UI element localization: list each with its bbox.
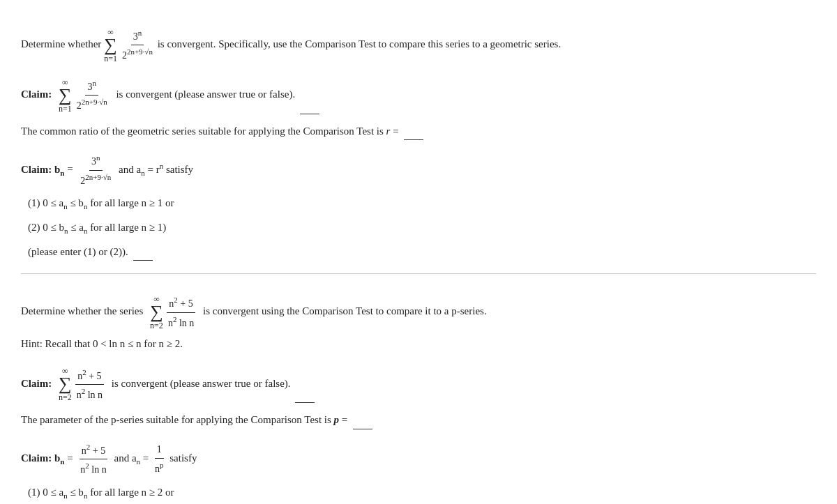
common-ratio-line: The common ratio of the geometric series… — [21, 123, 816, 141]
claim-sigma-2: ∞ ∑ n=2 — [59, 367, 72, 402]
problem-statement-2: Determine whether the series ∞ ∑ n=2 n2 … — [21, 293, 816, 331]
series-desc-text-2: is convergent using the Comparison Test … — [203, 305, 487, 316]
determine-whether-text: Determine whether — [21, 38, 101, 49]
claim-answer-2[interactable] — [295, 390, 315, 403]
and-an-1: and an = rn satisfy — [119, 164, 193, 175]
claim-fraction-1: 3n 22n+9·√n — [75, 77, 110, 114]
claim-answer-1[interactable] — [300, 102, 319, 114]
claim-sigma-1: ∞ ∑ n=1 — [59, 78, 72, 113]
p-param-text: The parameter of the p-series suitable f… — [21, 414, 331, 425]
p-param-line: The parameter of the p-series suitable f… — [21, 411, 816, 429]
hint-text: Hint: Recall that 0 < ln n ≤ n for n ≥ 2… — [21, 335, 816, 353]
fraction-2: n2 + 5 n2 ln n — [166, 293, 196, 331]
determine-whether-text-2: Determine whether the series — [21, 305, 143, 316]
p-answer[interactable] — [353, 417, 372, 429]
condition-1a: (1) 0 ≤ an ≤ bn for all large n ≥ 1 or — [21, 194, 816, 213]
ratio-answer[interactable] — [404, 128, 423, 140]
and-an-2: and an = 1 np satisfy — [114, 452, 197, 464]
section-2: Determine whether the series ∞ ∑ n=2 n2 … — [21, 281, 816, 504]
claim-line-2: Claim: ∞ ∑ n=2 n2 + 5 n2 ln n is converg… — [21, 366, 816, 404]
section-1: Determine whether ∞ ∑ n=1 3n 22n+9·√n is… — [21, 14, 816, 274]
claim-label-1: Claim: — [21, 89, 52, 100]
claim-bn-label-2: Claim: bn — [21, 452, 64, 464]
claim-series-1: ∞ ∑ n=1 3n 22n+9·√n — [59, 77, 110, 114]
condition-answer-1[interactable] — [133, 248, 153, 261]
claim-label-2: Claim: — [21, 378, 52, 389]
fraction-1: 3n 22n+9·√n — [120, 26, 155, 64]
claim-bn-label-1: Claim: bn — [21, 164, 64, 175]
common-ratio-text: The common ratio of the geometric series… — [21, 125, 384, 137]
please-enter-1: (please enter (1) or (2)). — [21, 243, 816, 261]
claim-line-1: Claim: ∞ ∑ n=1 3n 22n+9·√n is convergent… — [21, 77, 816, 114]
condition-2a: (1) 0 ≤ an ≤ bn for all large n ≥ 2 or — [21, 484, 816, 503]
problem-statement: Determine whether ∞ ∑ n=1 3n 22n+9·√n is… — [21, 26, 816, 64]
series-expression-1: ∞ ∑ n=1 3n 22n+9·√n — [104, 26, 155, 64]
series-desc-text: is convergent. Specifically, use the Com… — [158, 38, 561, 49]
sigma-symbol-1: ∞ ∑ n=1 — [104, 28, 117, 63]
condition-1b: (2) 0 ≤ bn ≤ an for all large n ≥ 1) — [21, 219, 816, 238]
claim-desc-2: is convergent (please answer true or fal… — [112, 378, 291, 389]
claim-bn-line-1: Claim: bn = 3n 22n+9·√n and an = rn sati… — [21, 151, 816, 189]
claim-desc-1: is convergent (please answer true or fal… — [116, 89, 295, 100]
claim-bn-line-2: Claim: bn = n2 + 5 n2 ln n and an = 1 np… — [21, 441, 816, 478]
claim-series-2: ∞ ∑ n=2 n2 + 5 n2 ln n — [59, 366, 105, 404]
sigma-symbol-2: ∞ ∑ n=2 — [150, 295, 163, 330]
cond1-text-1: (1) 0 ≤ a — [28, 197, 63, 208]
bn-fraction-1: 3n 22n+9·√n — [78, 151, 113, 189]
bn-fraction-2: n2 + 5 n2 ln n — [78, 441, 108, 478]
claim-fraction-2: n2 + 5 n2 ln n — [75, 366, 105, 404]
series-expression-2: ∞ ∑ n=2 n2 + 5 n2 ln n — [150, 293, 196, 331]
